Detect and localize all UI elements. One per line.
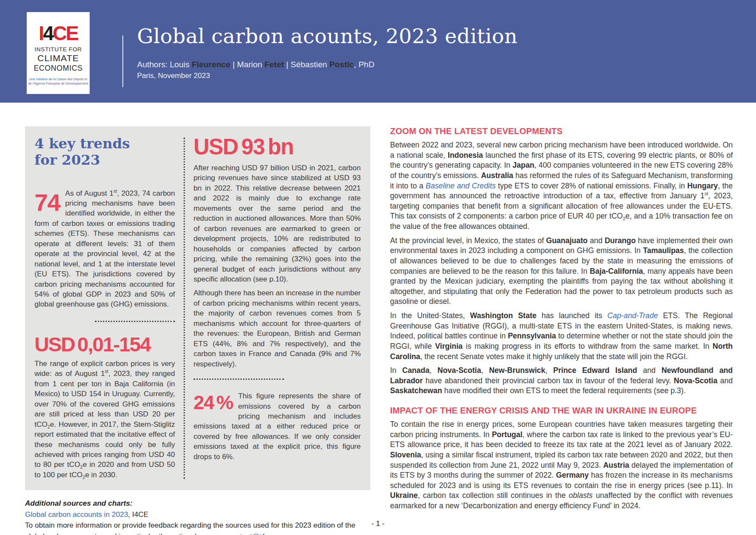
i4ce-logo-wordmark: I4CE bbox=[27, 23, 90, 43]
stat-figure-price-range: USD 0,01-154 bbox=[34, 334, 175, 354]
additional-sources-heading: Additional sources and charts: bbox=[25, 498, 374, 509]
stat-figure-24-percent: 24 % bbox=[194, 393, 233, 412]
stat-74: 74 As of August 1st, 2023, 74 carbon pri… bbox=[34, 188, 175, 310]
logo-institute-for: INSTITUTE FOR bbox=[27, 46, 90, 53]
paragraph: In the United-States, Washington State h… bbox=[390, 311, 733, 362]
section-energy-crisis: IMPACT OF THE ENERGY CRISIS AND THE WAR … bbox=[390, 406, 733, 511]
logo-letters-ce: CE bbox=[53, 22, 78, 44]
logo-economics: ECONOMICS bbox=[27, 64, 90, 73]
dotted-divider bbox=[194, 379, 284, 380]
stat-93bn: USD 93 bn After reaching USD 97 billion … bbox=[194, 136, 361, 369]
stat-24-percent: 24 % This figure represents the share of… bbox=[194, 391, 361, 462]
left-column: 4 key trends for 2023 74 As of August 1s… bbox=[25, 126, 370, 535]
paragraph: At the provincial level, in Mexico, the … bbox=[390, 236, 733, 307]
logo-climate: CLIMATE bbox=[27, 53, 90, 63]
section-heading-latest-developments: ZOOM ON THE LATEST DEVELOPMENTS bbox=[390, 126, 733, 136]
logo-tagline: Une initiative de la Caisse des Dépôts e… bbox=[27, 77, 90, 86]
header-banner: I4CE INSTITUTE FOR CLIMATE ECONOMICS Une… bbox=[0, 0, 756, 103]
stat-93bn-paragraph-1: After reaching USD 97 billion USD in 202… bbox=[194, 163, 361, 284]
logo-letter-i: I bbox=[39, 22, 43, 44]
section-heading-energy-crisis: IMPACT OF THE ENERGY CRISIS AND THE WAR … bbox=[390, 406, 733, 416]
header-text-block: Global carbon acounts, 2023 edition Auth… bbox=[137, 24, 518, 80]
paragraph: In Canada, Nova-Scotia, New-Brunswick, P… bbox=[390, 366, 733, 396]
authors-line: Authors: Louis Fleurence | Marion Fetet … bbox=[137, 60, 518, 69]
stat-figure-93bn: USD 93 bn bbox=[194, 136, 361, 158]
stat-price-range: USD 0,01-154 The range of explicit carbo… bbox=[34, 334, 175, 480]
additional-sources-block: Additional sources and charts: Global ca… bbox=[25, 498, 374, 535]
document-page: I4CE INSTITUTE FOR CLIMATE ECONOMICS Une… bbox=[0, 0, 756, 535]
text-link[interactable]: contact@i4ce.org bbox=[228, 532, 286, 535]
key-trends-panel: 4 key trends for 2023 74 As of August 1s… bbox=[25, 126, 370, 490]
panel-right-column: USD 93 bn After reaching USD 97 billion … bbox=[185, 136, 361, 480]
sources-link-line: Global carbon accounts in 2023, I4CE bbox=[25, 509, 374, 520]
i4ce-logo: I4CE INSTITUTE FOR CLIMATE ECONOMICS Une… bbox=[27, 12, 90, 94]
date-line: Paris, November 2023 bbox=[137, 72, 518, 80]
stat-figure-74: 74 bbox=[34, 191, 60, 215]
paragraph: To contain the rise in energy prices, so… bbox=[390, 419, 733, 511]
text-link[interactable]: Cap-and-Trade bbox=[607, 311, 658, 320]
panel-left-column: 4 key trends for 2023 74 As of August 1s… bbox=[34, 136, 184, 480]
section-latest-developments: ZOOM ON THE LATEST DEVELOPMENTS Between … bbox=[390, 126, 733, 396]
dotted-divider bbox=[95, 321, 175, 322]
logo-letter-4: 4 bbox=[43, 22, 53, 44]
right-column: ZOOM ON THE LATEST DEVELOPMENTS Between … bbox=[390, 126, 733, 535]
paragraph: Between 2022 and 2023, several new carbo… bbox=[390, 140, 733, 232]
stat-93bn-paragraph-2: Although there has been an increase in t… bbox=[194, 288, 361, 369]
text-link[interactable]: Global carbon accounts in 2023 bbox=[25, 510, 128, 519]
page-title: Global carbon acounts, 2023 edition bbox=[137, 24, 518, 48]
header-separator-line bbox=[122, 35, 123, 87]
stat-price-range-text: The range of explicit carbon prices is v… bbox=[34, 359, 175, 480]
panel-title: 4 key trends for 2023 bbox=[34, 136, 175, 169]
text-link[interactable]: Baseline and Credits bbox=[426, 181, 496, 190]
page-number: - 1 - bbox=[0, 519, 756, 528]
content-area: 4 key trends for 2023 74 As of August 1s… bbox=[0, 103, 756, 535]
